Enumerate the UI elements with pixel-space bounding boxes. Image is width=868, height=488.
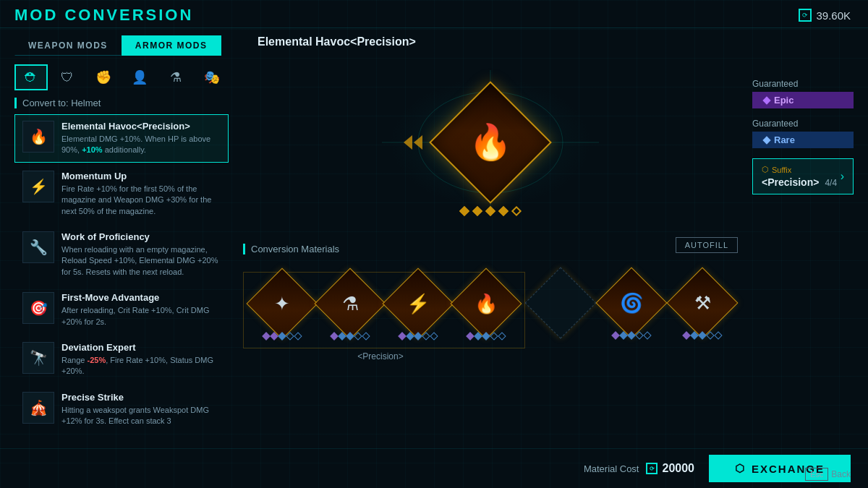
dot [430, 332, 438, 340]
material-diamond-6: ⚒ [667, 267, 739, 339]
suffix-count: 4/4 [825, 178, 837, 188]
dot [682, 331, 690, 339]
mod-name-4: Deviation Expert [61, 342, 221, 353]
esc-hint: Esc Back [805, 468, 851, 481]
category-waist[interactable]: ⚗ [159, 64, 192, 90]
dot [362, 332, 370, 340]
mod-item-4[interactable]: 🔭 Deviation Expert Range -25%, Fire Rate… [14, 335, 229, 384]
mat-dots-5 [613, 333, 650, 338]
suffix-arrow-icon: › [841, 170, 844, 183]
left-panel: WEAPON MODS ARMOR MODS ⛑ 🛡 ✊ 👤 ⚗ 🎭 Conve… [14, 28, 229, 441]
mat-dots-3 [467, 333, 505, 339]
mod-item-1[interactable]: ⚡ Momentum Up Fire Rate +10% for the fir… [14, 164, 229, 223]
mod-list: 🔥 Elemental Havoc<Precision> Elemental D… [14, 114, 229, 441]
autofill-button[interactable]: AUTOFILL [676, 237, 738, 253]
tab-armor-mods[interactable]: ARMOR MODS [122, 35, 221, 56]
materials-section: Conversion Materials AUTOFILL ✦ [229, 244, 752, 361]
mod-name-5: Precise Strike [61, 392, 221, 403]
guarantee-rare-rarity: Rare [774, 134, 795, 145]
suffix-box[interactable]: ⬡ Suffix <Precision> 4/4 › [752, 158, 854, 194]
mod-icon-3: 🎯 [22, 292, 54, 324]
header: MOD CONVERSION ⟳ 39.60K [0, 0, 868, 28]
bottom-bar: Material Cost ⟳ 20000 ⬡ EXCHANGE [0, 448, 868, 488]
mod-icon-5: 🎪 [22, 392, 54, 424]
guarantee-epic-rarity: Epic [774, 95, 793, 106]
right-panel: Guaranteed Epic Guaranteed Rare ⬡ Suffix [752, 28, 854, 441]
mod-desc-0: Elemental DMG +10%. When HP is above 90%… [61, 134, 221, 156]
mod-name-1: Momentum Up [61, 171, 221, 181]
mod-name-3: First-Move Advantage [61, 292, 221, 303]
selected-mod-title: Elemental Havoc<Precision> [258, 35, 416, 48]
conn-dot-2 [472, 206, 482, 216]
suffix-icon: ⬡ [762, 165, 769, 174]
convert-to-label: Convert to: Helmet [14, 98, 229, 108]
mat-icon-5: 🌀 [620, 292, 643, 314]
mod-item-5[interactable]: 🎪 Precise Strike Hitting a weakspot gran… [14, 385, 229, 434]
dot [611, 331, 619, 339]
mod-info-4: Deviation Expert Range -25%, Fire Rate +… [61, 342, 221, 377]
guarantee-epic-badge: Epic [752, 92, 854, 108]
cost-value: ⟳ 20000 [646, 462, 694, 475]
guarantee-epic: Guaranteed Epic [752, 79, 854, 108]
suffix-type-label: Suffix [772, 166, 791, 174]
mod-desc-5: Hitting a weakspot grants Weakspot DMG +… [61, 405, 221, 427]
mod-diamond-icon: 🔥 [469, 122, 512, 163]
material-slot-2: ⚡ [386, 278, 451, 342]
category-chest[interactable]: 🛡 [51, 64, 84, 90]
mod-info-5: Precise Strike Hitting a weakspot grants… [61, 392, 221, 427]
mat-icon-3: 🔥 [475, 293, 498, 315]
mat-icon-1: ⚗ [342, 293, 359, 315]
currency-icon: ⟳ [799, 9, 812, 22]
mod-icon-1: ⚡ [22, 171, 54, 202]
cost-label: Material Cost [584, 463, 639, 474]
screen: MOD CONVERSION ⟳ 39.60K WEAPON MODS ARMO… [0, 0, 868, 488]
category-misc[interactable]: 🎭 [195, 64, 229, 90]
dot [466, 332, 474, 340]
guarantee-epic-label: Guaranteed [752, 79, 854, 89]
tab-weapon-mods[interactable]: WEAPON MODS [14, 35, 122, 56]
dot [643, 331, 651, 339]
mod-info-1: Momentum Up Fire Rate +10% for the first… [61, 171, 221, 217]
category-helmet[interactable]: ⛑ [14, 64, 48, 90]
category-legs[interactable]: 👤 [123, 64, 156, 90]
material-slot-3: 🔥 [454, 278, 519, 342]
mod-name-2: Work of Proficiency [61, 231, 221, 242]
suffix-content: ⬡ Suffix <Precision> 4/4 [762, 165, 841, 188]
guarantee-rare-badge: Rare [752, 132, 854, 148]
material-slot-6: ⚒ [670, 278, 735, 341]
mod-item-0[interactable]: 🔥 Elemental Havoc<Precision> Elemental D… [14, 114, 229, 163]
dot [714, 331, 722, 339]
mod-info-0: Elemental Havoc<Precision> Elemental DMG… [61, 121, 221, 156]
cost-number: 20000 [662, 462, 694, 475]
mod-item-2[interactable]: 🔧 Work of Proficiency When reloading wit… [14, 225, 229, 284]
conn-dot-1 [459, 206, 469, 216]
mat-icon-0: ✦ [274, 293, 290, 315]
mat-dots-2 [399, 333, 437, 339]
mod-desc-4: Range -25%, Fire Rate +10%, Status DMG +… [61, 355, 221, 377]
material-cost: Material Cost ⟳ 20000 [584, 462, 694, 475]
mod-desc-2: When reloading with an empty magazine, R… [61, 244, 221, 278]
mod-icon-0: 🔥 [22, 121, 54, 153]
mat-dots-1 [331, 333, 369, 339]
material-slot-1: ⚗ [318, 278, 383, 342]
guarantee-rare-label: Guaranteed [752, 119, 854, 129]
dot [294, 332, 302, 340]
esc-key[interactable]: Esc [805, 468, 828, 481]
mat-icon-6: ⚒ [694, 292, 711, 314]
category-icons: ⛑ 🛡 ✊ 👤 ⚗ 🎭 [14, 64, 229, 90]
mat-dots-6 [684, 333, 721, 338]
main-content: WEAPON MODS ARMOR MODS ⛑ 🛡 ✊ 👤 ⚗ 🎭 Conve… [0, 28, 868, 448]
conn-dot-5 [511, 206, 522, 216]
category-arms[interactable]: ✊ [87, 64, 120, 90]
epic-diamond-icon [762, 96, 770, 104]
material-diamond-empty [525, 267, 597, 339]
materials-label: Conversion Materials [243, 244, 339, 254]
material-diamond-5: 🌀 [596, 267, 668, 339]
material-diamond-3: 🔥 [451, 268, 522, 340]
center-panel: Elemental Havoc<Precision> [229, 28, 752, 441]
mod-icon-4: 🔭 [22, 342, 54, 374]
material-slot-empty[interactable] [528, 278, 593, 333]
conn-dot-4 [498, 206, 509, 216]
precision-label: <Precision> [243, 351, 518, 361]
mod-item-3[interactable]: 🎯 First-Move Advantage After reloading, … [14, 286, 229, 334]
